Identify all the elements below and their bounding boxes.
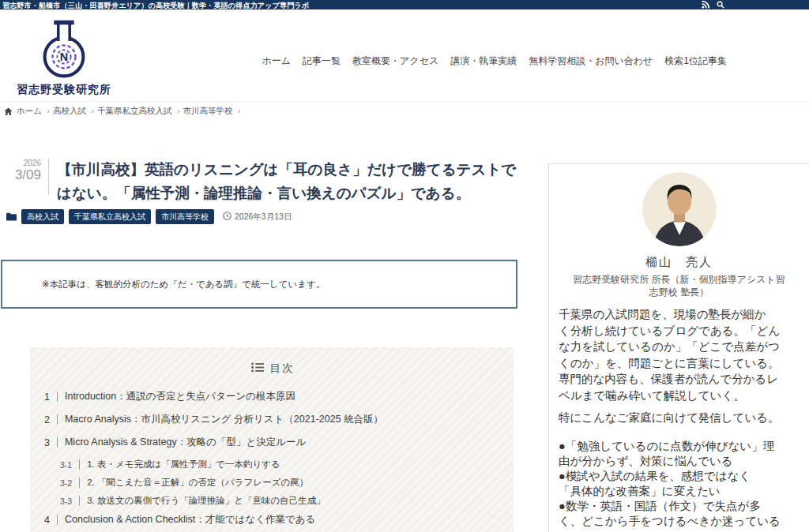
toc-item-number: 1	[44, 392, 50, 403]
svg-text:N: N	[60, 51, 68, 63]
nav-item-home[interactable]: ホーム	[262, 54, 292, 68]
audience-bullet-list: ●「勉強しているのに点数が伸びない」理 由が分からず、対策に悩んでいる ●模試や…	[559, 439, 800, 529]
table-of-contents: 目次 1Introduction：通説の否定と失点パターンの根本原因 2Macr…	[30, 347, 514, 532]
toc-item-number: 3-1	[60, 460, 72, 470]
audience-bullet: ●「勉強しているのに点数が伸びない」理 由が分からず、対策に悩んでいる	[559, 439, 800, 469]
post-title: 【市川高校】英語のリスニングは「耳の良さ」だけで勝てるテストで はない。「属性予…	[57, 158, 516, 204]
toc-item-1[interactable]: 1Introduction：通説の否定と失点パターンの根本原因	[44, 390, 501, 403]
published-date-text: 2026年3月13日	[235, 212, 292, 223]
toc-item-label: 2. 「聞こえた音＝正解」の否定（パラフレーズの罠）	[87, 477, 308, 489]
toc-item-number: 3-2	[60, 478, 72, 488]
author-bio-paragraph: 特にこんなご家庭に向けて発信している。	[559, 410, 800, 426]
site-name: 習志野受験研究所	[11, 83, 117, 97]
toc-separator	[57, 437, 58, 448]
rss-icon[interactable]	[702, 1, 709, 9]
category-tag-ichikawa[interactable]: 市川高等学校	[156, 209, 214, 224]
published-date: 2026年3月13日	[223, 212, 292, 223]
toc-item-label: Conclusion & Action Checklist：才能ではなく作業であ…	[65, 513, 315, 526]
toc-item-label: 3. 放送文の裏側で行う「論理推論」と「意味の自己生成」	[87, 495, 325, 507]
folder-icon	[6, 210, 17, 224]
nav-item-lectures[interactable]: 講演・執筆実績	[450, 54, 517, 68]
page: 習志野市・船橋市（三山・田喜野井エリア）の高校受験｜数学・英語の得点力アップ専門…	[0, 0, 809, 532]
toc-item-label: Micro Analysis & Strategy：攻略の「型」と決定ルール	[65, 436, 306, 449]
toc-item-3-1[interactable]: 3-11. 表・メモ完成は「属性予測」で一本釣りする	[60, 459, 501, 470]
category-tag-chiba-private[interactable]: 千葉県私立高校入試	[69, 209, 151, 224]
breadcrumb-ichikawa[interactable]: 市川高等学校	[183, 106, 233, 117]
list-icon	[251, 362, 264, 375]
post-date: 2026 3/09	[6, 158, 41, 204]
breadcrumb-highschool-exam[interactable]: 高校入試	[53, 106, 86, 117]
toc-item-number: 3	[44, 437, 50, 448]
toc-item-3[interactable]: 3Micro Analysis & Strategy：攻略の「型」と決定ルール	[44, 436, 501, 449]
toc-item-3-3[interactable]: 3-33. 放送文の裏側で行う「論理推論」と「意味の自己生成」	[60, 495, 501, 507]
date-title-divider	[48, 159, 49, 195]
toc-item-4[interactable]: 4Conclusion & Action Checklist：才能ではなく作業で…	[44, 513, 501, 526]
topbar: 習志野市・船橋市（三山・田喜野井エリア）の高校受験｜数学・英語の得点力アップ専門…	[0, 0, 809, 9]
search-icon[interactable]	[717, 1, 724, 9]
toc-separator	[57, 515, 58, 525]
site-header: N 習志野受験研究所 ホーム 記事一覧 教室概要・アクセス 講演・執筆実績 無料…	[0, 9, 809, 102]
toc-item-label: Introduction：通説の否定と失点パターンの根本原因	[65, 390, 295, 403]
notice-text: ※本記事は、客観的分析のため『だ・である調』で統一しています。	[2, 279, 325, 290]
toc-separator	[79, 496, 80, 506]
toc-header: 目次	[44, 362, 501, 376]
author-name: 櫛山 亮人	[559, 255, 800, 270]
breadcrumb-home[interactable]: ホーム	[17, 106, 42, 117]
breadcrumb-chiba-private[interactable]: 千葉県私立高校入試	[97, 106, 172, 117]
author-profile-widget: 櫛山 亮人 習志野受験研究所 所長（新・個別指導アシスト習 志野校 塾長） 千葉…	[548, 163, 809, 532]
toc-item-label: Macro Analysis：市川高校リスニング 分析リスト（2021-2025…	[65, 413, 383, 426]
toc-separator	[57, 392, 58, 402]
clock-icon	[223, 212, 231, 222]
toc-separator	[79, 478, 80, 488]
audience-bullet: ●模試や入試の結果を、感想ではなく 「具体的な改善案」に変えたい	[559, 469, 800, 499]
site-logo[interactable]: N 習志野受験研究所	[11, 19, 117, 97]
post-date-monthday: 3/09	[6, 167, 41, 182]
nav-item-articles[interactable]: 記事一覧	[303, 54, 341, 68]
audience-bullet: ●数学・英語・国語（作文）で失点が多 く、どこから手をつけるべきか迷っている	[559, 499, 800, 529]
breadcrumb: ホーム 高校入試 千葉県私立高校入試 市川高等学校	[4, 106, 244, 117]
toc-separator	[57, 414, 58, 425]
toc-item-label: 1. 表・メモ完成は「属性予測」で一本釣りする	[87, 459, 280, 470]
category-tag-highschool-exam[interactable]: 高校入試	[21, 209, 64, 224]
notice-box: ※本記事は、客観的分析のため『だ・である調』で統一しています。	[1, 260, 517, 309]
topbar-icons	[702, 1, 724, 9]
post-date-year: 2026	[6, 159, 41, 167]
home-icon	[4, 107, 13, 116]
toc-item-number: 2	[44, 414, 50, 425]
nav-item-access[interactable]: 教室概要・アクセス	[352, 54, 438, 68]
toc-item-2[interactable]: 2Macro Analysis：市川高校リスニング 分析リスト（2021-202…	[44, 413, 501, 426]
post-head: 2026 3/09 【市川高校】英語のリスニングは「耳の良さ」だけで勝てるテスト…	[6, 158, 520, 204]
nav-item-top-articles[interactable]: 検索1位記事集	[664, 54, 727, 68]
author-avatar	[642, 172, 717, 246]
article-main: 2026 3/09 【市川高校】英語のリスニングは「耳の良さ」だけで勝てるテスト…	[6, 158, 520, 532]
nav-item-contact[interactable]: 無料学習相談・お問い合わせ	[529, 54, 653, 68]
toc-item-number: 3-3	[60, 496, 72, 506]
toc-item-3-2[interactable]: 3-22. 「聞こえた音＝正解」の否定（パラフレーズの罠）	[60, 477, 501, 489]
toc-list: 1Introduction：通説の否定と失点パターンの根本原因 2Macro A…	[44, 390, 501, 526]
toc-separator	[79, 459, 80, 470]
post-meta: 高校入試 千葉県私立高校入試 市川高等学校 2026年3月13日	[6, 209, 520, 224]
flask-brain-logo-icon: N	[32, 68, 96, 81]
toc-item-number: 4	[44, 515, 50, 526]
toc-title: 目次	[270, 362, 295, 376]
main-nav: ホーム 記事一覧 教室概要・アクセス 講演・執筆実績 無料学習相談・お問い合わせ…	[262, 54, 728, 68]
author-bio-paragraph: 千葉県の入試問題を、現場の塾長が細か く分析し続けているブログである。「どん な…	[559, 306, 800, 403]
author-title: 習志野受験研究所 所長（新・個別指導アシスト習 志野校 塾長）	[559, 273, 800, 298]
